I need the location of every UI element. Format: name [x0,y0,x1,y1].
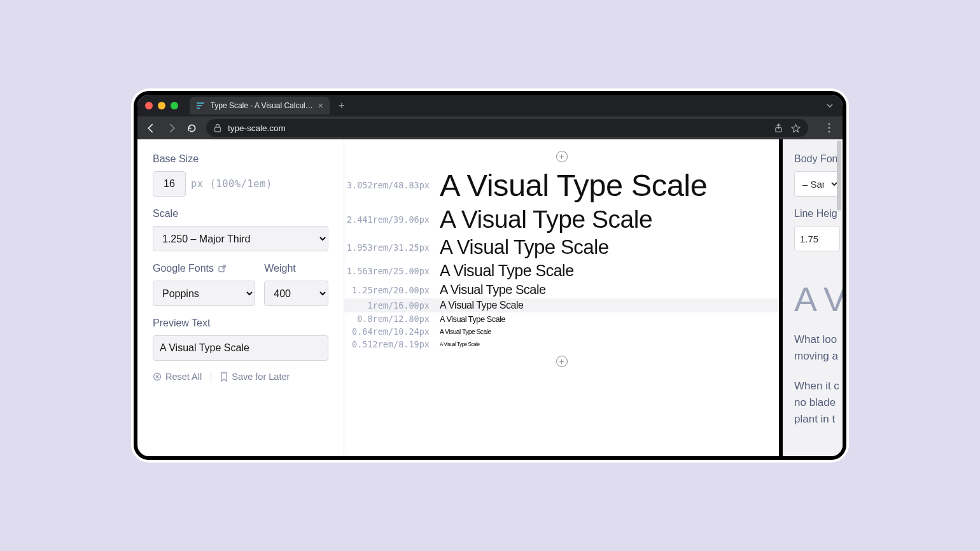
scale-meta: 0.512rem/8.19px [344,339,440,349]
preview-text-input[interactable] [153,335,328,361]
tab-title: Type Scale - A Visual Calculato [211,101,313,110]
weight-label: Weight [264,263,328,274]
tab-list-chevron-icon[interactable] [826,102,834,109]
scale-select[interactable]: 1.250 – Major Third [153,226,328,251]
save-later-button[interactable]: Save for Later [220,372,290,382]
google-fonts-label: Google Fonts [153,263,255,274]
base-size-input[interactable] [153,171,186,197]
bookmark-star-icon[interactable] [791,123,801,133]
svg-rect-2 [197,108,200,109]
add-scale-step-bottom-button[interactable]: + [556,356,568,367]
scale-meta: 1.953rem/31.25px [344,242,440,253]
new-tab-button[interactable]: + [339,99,345,112]
tab-close-icon[interactable]: × [318,101,323,111]
window-minimize-button[interactable] [158,102,165,109]
body-preview-paragraph-2: When it c no blade plant in t [794,378,843,428]
scale-sample-text: A Visual Type Scale [440,206,779,234]
bookmark-icon [220,372,228,382]
forward-icon[interactable] [165,123,177,134]
scale-row[interactable]: 1.953rem/31.25pxA Visual Type Scale [344,235,779,260]
reset-all-button[interactable]: Reset All [153,372,202,382]
app-content: Base Size px (100%/1em) Scale 1.250 – Ma… [137,139,843,456]
browser-tab[interactable]: Type Scale - A Visual Calculato × [190,97,330,115]
scale-row[interactable]: 1.25rem/20.00pxA Visual Type Scale [344,281,779,298]
scale-preview: + 3.052rem/48.83pxA Visual Type Scale2.4… [344,139,779,456]
scale-sample-text: A Visual Type Scale [440,282,779,297]
scale-sample-text: A Visual Type Scale [440,342,779,347]
scale-meta: 0.8rem/12.80px [344,314,440,324]
share-icon[interactable] [774,123,783,133]
svg-rect-1 [197,105,202,106]
reset-icon [153,372,162,381]
add-scale-step-top-button[interactable]: + [556,151,568,162]
window-maximize-button[interactable] [171,102,178,109]
scale-row[interactable]: 0.512rem/8.19pxA Visual Type Scale [344,338,779,351]
external-link-icon[interactable] [218,264,227,273]
preview-text-label: Preview Text [153,317,328,329]
body-preview-panel: Body Fon – Same Line Heig A V What loo m… [779,139,843,456]
body-preview-paragraph-1: What loo moving a [794,331,843,365]
scrollbar[interactable] [837,141,841,211]
scale-row[interactable]: 3.052rem/48.83pxA Visual Type Scale [344,166,779,204]
body-font-label: Body Fon [794,153,843,165]
window-close-button[interactable] [145,102,153,109]
scale-sample-text: A Visual Type Scale [440,300,779,311]
scale-meta: 1rem/16.00px [344,300,440,310]
scale-row[interactable]: 1rem/16.00pxA Visual Type Scale [344,298,779,312]
font-select[interactable]: Poppins [153,281,255,306]
reload-icon[interactable] [186,123,197,134]
scale-sample-text: A Visual Type Scale [440,236,779,259]
base-size-unit: px (100%/1em) [191,178,272,190]
scale-sample-text: A Visual Type Scale [440,328,779,335]
scale-sample-text: A Visual Type Scale [440,314,779,324]
url-text: type-scale.com [228,123,286,133]
kebab-menu-icon[interactable] [823,123,835,133]
weight-select[interactable]: 400 [264,281,328,306]
scale-sample-text: A Visual Type Scale [440,167,779,203]
svg-point-5 [828,123,830,125]
svg-rect-0 [197,102,204,104]
address-bar: type-scale.com [137,116,843,139]
panel-toggle-button[interactable] [779,263,783,309]
scale-meta: 2.441rem/39.06px [344,214,440,225]
scale-row[interactable]: 0.64rem/10.24pxA Visual Type Scale [344,325,779,338]
scale-row[interactable]: 1.563rem/25.00pxA Visual Type Scale [344,260,779,281]
controls-sidebar: Base Size px (100%/1em) Scale 1.250 – Ma… [137,139,344,456]
scale-meta: 3.052rem/48.83px [344,180,440,190]
scale-sample-text: A Visual Type Scale [440,262,779,280]
scale-list: 3.052rem/48.83pxA Visual Type Scale2.441… [344,166,779,351]
scale-row[interactable]: 0.8rem/12.80pxA Visual Type Scale [344,312,779,325]
tab-strip: Type Scale - A Visual Calculato × + [137,95,843,116]
scale-row[interactable]: 2.441rem/39.06pxA Visual Type Scale [344,204,779,235]
body-preview-heading: A V [794,279,843,319]
scale-meta: 1.563rem/25.00px [344,266,440,276]
lock-icon [214,123,221,132]
svg-point-6 [828,127,830,129]
tab-favicon-icon [196,101,206,111]
url-field[interactable]: type-scale.com [206,119,808,137]
browser-window: Type Scale - A Visual Calculato × + type… [134,91,846,460]
body-font-select[interactable]: – Same [794,171,840,197]
divider [211,371,211,382]
svg-point-7 [828,130,830,132]
window-controls [145,102,178,109]
scale-label: Scale [153,208,328,220]
scale-meta: 1.25rem/20.00px [344,285,440,295]
scale-meta: 0.64rem/10.24px [344,326,440,337]
line-height-label: Line Heig [794,208,843,220]
base-size-label: Base Size [153,153,328,165]
back-icon[interactable] [145,123,157,134]
line-height-input[interactable] [794,226,840,251]
svg-rect-3 [215,127,221,132]
